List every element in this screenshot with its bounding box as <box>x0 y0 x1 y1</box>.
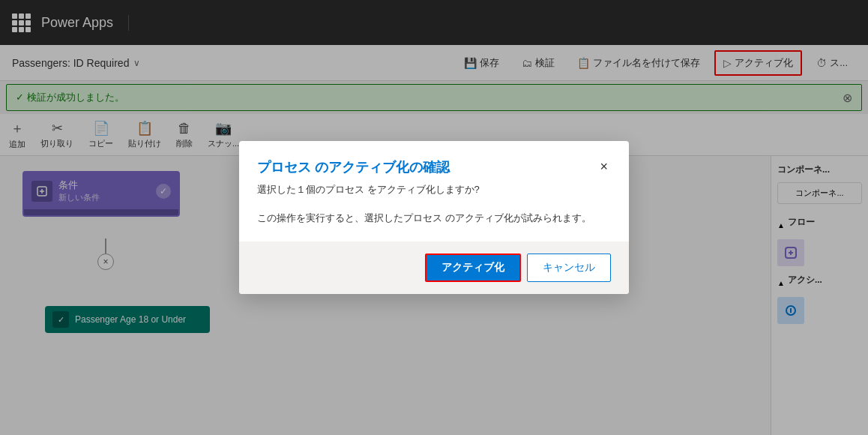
modal-activate-button[interactable]: アクティブ化 <box>425 254 521 282</box>
modal-footer: アクティブ化 キャンセル <box>239 242 629 294</box>
modal-header: プロセス のアクティブ化の確認 × <box>239 141 629 176</box>
modal-close-button[interactable]: × <box>597 159 611 175</box>
modal-overlay: プロセス のアクティブ化の確認 × 選択した１個のプロセス をアクティブ化します… <box>0 0 868 435</box>
modal-body: この操作を実行すると、選択したプロセス のアクティブ化が試みられます。 <box>239 196 629 242</box>
modal-subtitle: 選択した１個のプロセス をアクティブ化しますか? <box>239 177 629 196</box>
activate-modal: プロセス のアクティブ化の確認 × 選択した１個のプロセス をアクティブ化します… <box>239 141 629 293</box>
modal-title: プロセス のアクティブ化の確認 <box>257 159 450 176</box>
modal-cancel-button[interactable]: キャンセル <box>527 254 611 282</box>
